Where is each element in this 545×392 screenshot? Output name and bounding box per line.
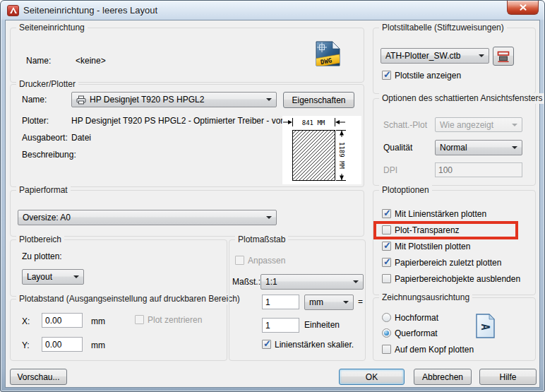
plot-lineweights-label: Mit Linienstärken plotten bbox=[395, 210, 486, 219]
group-shaded-viewport: Optionen des schattierten Ansichtsfenste… bbox=[373, 98, 536, 186]
group-title: Seiteneinrichtung bbox=[16, 23, 88, 33]
autocad-logo-icon bbox=[7, 5, 19, 16]
printer-name-label: Name: bbox=[22, 95, 47, 105]
scale-lineweights-label: Linienstärken skalier. bbox=[275, 340, 354, 350]
scale-units-input[interactable] bbox=[262, 318, 299, 333]
name-label: Name: bbox=[26, 57, 51, 66]
scale-select[interactable]: 1:1 bbox=[260, 274, 364, 290]
units-label: Einheiten bbox=[304, 321, 340, 330]
edit-plot-style-button[interactable] bbox=[493, 47, 514, 66]
paper-width-dim: 841 MM bbox=[302, 119, 325, 126]
scale-unit-input[interactable] bbox=[262, 295, 299, 309]
group-plot-offset: Plotabstand (Ausgangseinstellung auf dru… bbox=[10, 299, 227, 361]
paper-format-select[interactable]: Oversize: A0 bbox=[18, 210, 277, 225]
paperspace-last-label: Papierbereich zuletzt plotten bbox=[395, 259, 501, 268]
chevron-down-icon bbox=[512, 124, 517, 126]
group-title: Plotoptionen bbox=[379, 185, 432, 196]
close-icon bbox=[520, 4, 527, 11]
svg-text:A: A bbox=[479, 323, 491, 330]
fit-to-paper-label: Anpassen bbox=[248, 256, 285, 266]
group-drawing-orientation: Zeichnungsausrichtung Hochformat Querfor… bbox=[373, 297, 536, 361]
portrait-label: Hochformat bbox=[395, 314, 438, 323]
paperspace-last-checkbox[interactable] bbox=[382, 258, 391, 267]
paper-height-dim: 1189 MM bbox=[338, 142, 345, 170]
landscape-orientation-icon: A bbox=[476, 314, 495, 341]
plot-transparency-label: Plot-Transparenz bbox=[395, 226, 460, 235]
group-paper-format: Papierformat Oversize: A0 bbox=[10, 190, 364, 237]
x-label: X: bbox=[22, 317, 30, 326]
plot-with-styles-label: Mit Plotstilen plotten bbox=[395, 242, 470, 251]
plotter-value: HP Designjet T920 PS HPGL2 - Optimierter… bbox=[71, 117, 299, 126]
hide-paperspace-checkbox[interactable] bbox=[382, 274, 391, 283]
printer-icon bbox=[76, 95, 86, 105]
plot-style-table-select[interactable]: ATH-Plotter_SW.ctb bbox=[381, 48, 489, 64]
description-label: Beschreibung: bbox=[22, 150, 76, 160]
group-title: Papierformat bbox=[16, 185, 71, 196]
window-title: Seiteneinrichtung - leeres Layout bbox=[23, 5, 157, 16]
chevron-down-icon bbox=[353, 280, 359, 283]
quality-label: Qualität bbox=[383, 143, 412, 153]
printer-name-select[interactable]: HP Designjet T920 PS HPGL2 bbox=[71, 92, 277, 107]
y-offset-input[interactable] bbox=[42, 337, 83, 352]
landscape-radio[interactable] bbox=[382, 328, 391, 338]
hide-paperspace-label: Papierbereichobjekte ausblenden bbox=[395, 275, 520, 284]
plot-transparency-checkbox[interactable] bbox=[382, 225, 391, 234]
group-plot-scale: Plotmaßstab Anpassen Maßst.: 1:1 mm = Ei… bbox=[229, 239, 366, 361]
titlebar[interactable]: Seiteneinrichtung - leeres Layout bbox=[1, 1, 544, 20]
plot-area-select[interactable]: Layout bbox=[22, 269, 84, 285]
group-printer-plotter: Drucker/Plotter Name: HP Designjet T920 … bbox=[10, 84, 364, 187]
ok-button[interactable]: OK bbox=[339, 369, 405, 385]
group-title: Plotstiltabelle (Stiftzuweisungen) bbox=[379, 23, 507, 33]
paper-size-preview: 841 MM 1189 MM bbox=[282, 116, 361, 184]
portrait-radio[interactable] bbox=[382, 313, 391, 322]
cancel-button[interactable]: Abbrechen bbox=[414, 369, 472, 385]
edit-plot-style-icon bbox=[496, 50, 510, 63]
display-plot-styles-label: Plotstile anzeigen bbox=[395, 71, 461, 81]
dpi-label: DPI bbox=[383, 166, 397, 175]
plot-area-label: Zu plotten: bbox=[22, 252, 62, 261]
scale-unit-select[interactable]: mm bbox=[304, 295, 354, 310]
chevron-down-icon bbox=[479, 54, 484, 57]
group-title: Optionen des schattierten Ansichtsfenste… bbox=[379, 93, 545, 104]
properties-button[interactable]: Eigenschaften bbox=[283, 92, 354, 108]
scale-lineweights-checkbox[interactable] bbox=[262, 340, 271, 349]
output-value: Datei bbox=[71, 133, 91, 143]
group-page-setup: Seiteneinrichtung Name: <keine> bbox=[10, 28, 364, 83]
printer-name-value: HP Designjet T920 PS HPGL2 bbox=[90, 95, 204, 105]
x-unit-label: mm bbox=[91, 317, 105, 326]
group-plot-options: Plotoptionen Mit Linienstärken plotten P… bbox=[373, 190, 536, 295]
upside-down-label: Auf dem Kopf plotten bbox=[395, 345, 474, 355]
chevron-down-icon bbox=[73, 275, 79, 278]
preview-button[interactable]: Vorschau... bbox=[10, 369, 67, 385]
center-plot-label: Plot zentrieren bbox=[148, 316, 202, 325]
y-label: Y: bbox=[22, 341, 30, 350]
plot-with-styles-checkbox[interactable] bbox=[382, 242, 391, 251]
help-button[interactable]: Hilfe bbox=[479, 369, 537, 385]
page-setup-name-value: <keine> bbox=[76, 57, 106, 66]
close-button[interactable] bbox=[507, 1, 539, 15]
quality-select[interactable]: Normal bbox=[435, 140, 522, 155]
plot-lineweights-checkbox[interactable] bbox=[382, 209, 391, 218]
shade-plot-label: Schatt.-Plot bbox=[383, 121, 427, 130]
group-title: Plotbereich bbox=[16, 234, 64, 245]
shade-plot-select: Wie angezeigt bbox=[435, 117, 522, 132]
upside-down-checkbox[interactable] bbox=[382, 345, 391, 354]
group-plot-area: Plotbereich Zu plotten: Layout bbox=[10, 239, 227, 297]
group-title: Plotmaßstab bbox=[235, 234, 288, 245]
chevron-down-icon bbox=[343, 301, 349, 304]
display-plot-styles-checkbox[interactable] bbox=[382, 71, 391, 80]
center-plot-checkbox bbox=[135, 315, 144, 324]
dpi-input bbox=[435, 162, 522, 177]
dialog-body: Seiteneinrichtung Name: <keine> bbox=[5, 20, 540, 388]
chevron-down-icon bbox=[266, 98, 272, 101]
dwg-file-icon: DWG bbox=[315, 40, 341, 70]
group-plot-style-table: Plotstiltabelle (Stiftzuweisungen) ATH-P… bbox=[373, 28, 536, 94]
group-title: Plotabstand (Ausgangseinstellung auf dru… bbox=[16, 294, 243, 304]
x-offset-input[interactable] bbox=[42, 313, 83, 328]
landscape-label: Querformat bbox=[395, 329, 438, 338]
page-setup-dialog: Seiteneinrichtung - leeres Layout Seiten… bbox=[0, 0, 545, 392]
y-unit-label: mm bbox=[91, 341, 105, 350]
fit-to-paper-checkbox bbox=[235, 256, 244, 265]
chevron-down-icon bbox=[266, 216, 272, 219]
equals-sign: = bbox=[358, 297, 363, 307]
